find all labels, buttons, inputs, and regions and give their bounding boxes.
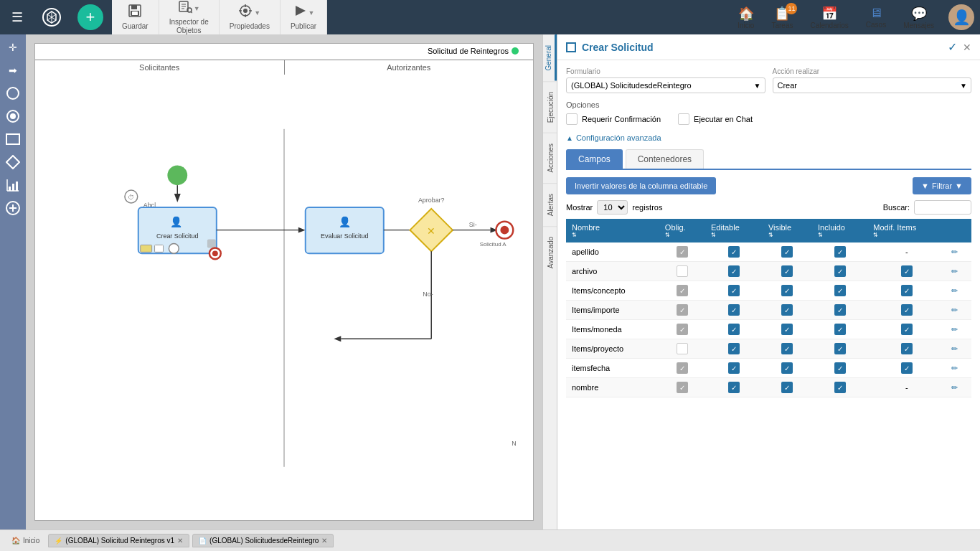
cell-editable[interactable]: ✓ (705, 262, 763, 281)
cell-edit[interactable]: ✏ (946, 301, 971, 320)
edit-icon[interactable]: ✏ (951, 364, 958, 372)
edit-icon[interactable]: ✏ (951, 344, 958, 353)
cell-visible[interactable]: ✓ (763, 359, 812, 378)
show-select[interactable]: 10 (597, 200, 628, 215)
bottom-tab-solicitud[interactable]: ⚡ (GLOBAL) Solicitud Reintegros v1 ✕ (48, 534, 189, 547)
propiedades-tool[interactable]: ▼ Propiedades (220, 0, 281, 34)
cell-editable[interactable]: ✓ (705, 359, 763, 378)
filter-button[interactable]: ▼ Filtrar ▼ (913, 177, 971, 194)
formulario-select[interactable]: (GLOBAL) SolicitudesdeReintegro (566, 77, 765, 93)
edit-icon[interactable]: ✏ (951, 325, 958, 334)
cell-editable[interactable]: ✓ (705, 301, 763, 320)
invert-button[interactable]: Invertir valores de la columna editable (566, 177, 716, 194)
cell-visible[interactable]: ✓ (763, 320, 812, 339)
inspector-tool[interactable]: ▼ Inspector deObjetos (159, 0, 220, 34)
cell-oblig[interactable] (659, 262, 705, 281)
cell-editable[interactable]: ✓ (705, 378, 763, 397)
cell-oblig[interactable]: ✓ (659, 281, 705, 301)
tab-avanzado[interactable]: Avanzado (543, 226, 557, 278)
cell-incluido[interactable]: ✓ (812, 359, 867, 378)
edit-icon[interactable]: ✏ (951, 383, 958, 392)
user-avatar[interactable]: 👤 (948, 4, 974, 30)
tab-solicitudes-close[interactable]: ✕ (321, 537, 327, 545)
cell-oblig[interactable]: ✓ (659, 301, 705, 320)
cell-incluido[interactable]: ✓ (812, 281, 867, 301)
cell-edit[interactable]: ✏ (946, 359, 971, 378)
cell-oblig[interactable]: ✓ (659, 378, 705, 397)
search-input[interactable] (914, 200, 971, 215)
cell-oblig[interactable]: ✓ (659, 320, 705, 339)
tool-rectangle[interactable] (3, 129, 23, 149)
canvas-area[interactable]: Solicitud de Reintegros Solicitantes Aut… (26, 34, 542, 529)
tab-acciones[interactable]: Acciones (543, 133, 557, 183)
cell-edit[interactable]: ✏ (946, 281, 971, 301)
cell-incluido[interactable]: ✓ (812, 378, 867, 397)
tool-move[interactable]: ✛ (3, 37, 23, 57)
cell-edit[interactable]: ✏ (946, 378, 971, 397)
cell-edit[interactable]: ✏ (946, 320, 971, 339)
tool-circle[interactable] (3, 83, 23, 103)
tab-ejecucion[interactable]: Ejecución (543, 81, 557, 133)
cell-oblig[interactable]: ✓ (659, 359, 705, 378)
confirm-icon[interactable]: ✓ (948, 40, 957, 54)
cell-visible[interactable]: ✓ (763, 339, 812, 359)
cell-editable[interactable]: ✓ (705, 339, 763, 359)
guardar-tool[interactable]: Guardar (112, 0, 159, 34)
publicar-tool[interactable]: ▼ Publicar (281, 0, 327, 34)
cell-editable[interactable]: ✓ (705, 242, 763, 262)
tab-campos[interactable]: Campos (566, 149, 623, 169)
col-oblig[interactable]: Oblig. ⇅ (659, 219, 705, 242)
checkbox-chat: Ejecutar en Chat (678, 113, 753, 125)
checkbox-chat-input[interactable] (678, 113, 689, 125)
tab-solicitud-close[interactable]: ✕ (177, 537, 183, 545)
col-visible[interactable]: Visible ⇅ (763, 219, 812, 242)
nav-mensajes[interactable]: 💬 Mensajes (895, 0, 943, 34)
cell-visible[interactable]: ✓ (763, 301, 812, 320)
checkbox-requerir-input[interactable] (566, 113, 578, 125)
bottom-tab-solicitudes[interactable]: 📄 (GLOBAL) SolicitudesdeReintegro ✕ (192, 534, 334, 547)
nav-tareas[interactable]: 11 📋 Tareas (763, 0, 801, 34)
cell-visible[interactable]: ✓ (763, 242, 812, 262)
tab-alertas[interactable]: Alertas (543, 183, 557, 226)
cell-editable[interactable]: ✓ (705, 281, 763, 301)
tool-add-shape[interactable] (3, 198, 23, 218)
cell-oblig[interactable] (659, 339, 705, 359)
cell-visible[interactable]: ✓ (763, 378, 812, 397)
config-avanzada-toggle[interactable]: ▲ Configuración avanzada (566, 133, 971, 142)
col-modif[interactable]: Modif. Items ⇅ (867, 219, 946, 242)
edit-icon[interactable]: ✏ (951, 306, 958, 314)
cell-edit[interactable]: ✏ (946, 262, 971, 281)
edit-icon[interactable]: ✏ (951, 286, 958, 295)
edit-icon[interactable]: ✏ (951, 267, 958, 276)
tab-general[interactable]: General (543, 34, 557, 81)
nav-casos[interactable]: 🖥 Casos (857, 0, 895, 34)
col-editable[interactable]: Editable ⇅ (705, 219, 763, 242)
nav-calendarios[interactable]: 📅 Calendarios (801, 0, 857, 34)
cell-incluido[interactable]: ✓ (812, 320, 867, 339)
col-incluido[interactable]: Incluido ⇅ (812, 219, 867, 242)
cell-editable[interactable]: ✓ (705, 320, 763, 339)
cell-incluido[interactable]: ✓ (812, 301, 867, 320)
tab-contenedores[interactable]: Contenedores (626, 149, 704, 169)
cell-edit[interactable]: ✏ (946, 242, 971, 262)
tool-circle-filled[interactable] (3, 106, 23, 126)
close-panel-icon[interactable]: ✕ (963, 42, 971, 53)
cell-incluido[interactable]: ✓ (812, 262, 867, 281)
tool-diamond[interactable] (3, 152, 23, 172)
bottom-home-tab[interactable]: 🏠 Inicio (6, 534, 45, 547)
col-nombre[interactable]: Nombre ⇅ (566, 219, 659, 242)
title-checkbox[interactable] (566, 42, 576, 52)
cell-visible[interactable]: ✓ (763, 281, 812, 301)
cell-incluido[interactable]: ✓ (812, 339, 867, 359)
edit-icon[interactable]: ✏ (951, 248, 958, 256)
nav-inicio[interactable]: 🏠 Inicio (729, 0, 763, 34)
cell-oblig[interactable]: ✓ (659, 242, 705, 262)
hamburger-menu[interactable]: ☰ (0, 0, 34, 34)
cell-incluido[interactable]: ✓ (812, 242, 867, 262)
cell-visible[interactable]: ✓ (763, 262, 812, 281)
cell-edit[interactable]: ✏ (946, 339, 971, 359)
tool-chart[interactable] (3, 175, 23, 195)
add-button[interactable]: + (77, 4, 103, 30)
accion-select[interactable]: Crear (773, 77, 972, 93)
tool-arrow-right[interactable]: ➡ (3, 60, 23, 80)
